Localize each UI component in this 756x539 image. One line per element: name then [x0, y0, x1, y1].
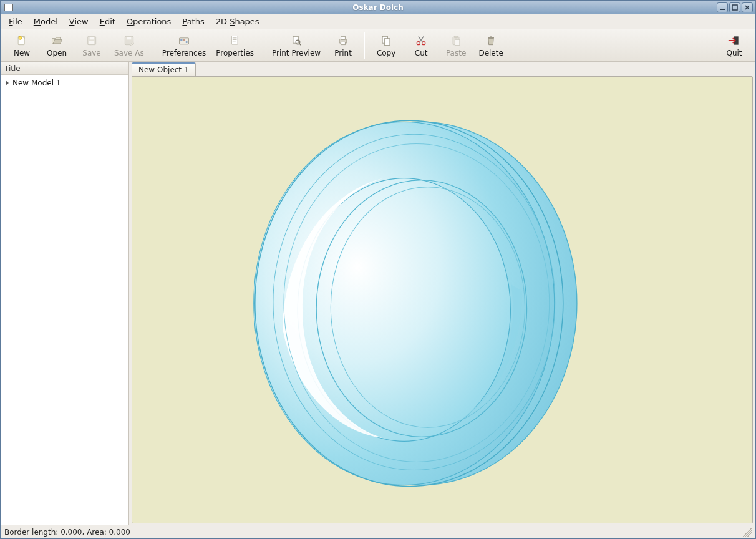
tab-label: New Object 1 [138, 66, 189, 74]
titlebar[interactable]: Oskar Dolch [1, 1, 755, 14]
tree-item[interactable]: New Model 1 [3, 77, 126, 89]
cut-label: Cut [415, 49, 428, 57]
save-as-button: Save As [109, 32, 149, 59]
quit-icon [727, 34, 741, 47]
paste-button: Paste [439, 32, 473, 59]
quit-button[interactable]: Quit [717, 32, 752, 59]
menu-model[interactable]: Model [28, 15, 64, 28]
app-window: Oskar Dolch File Model View Edit Operati… [0, 0, 756, 539]
quit-label: Quit [726, 49, 742, 57]
tree-item-label: New Model 1 [12, 79, 61, 87]
new-label: New [14, 49, 30, 57]
viewport[interactable] [132, 77, 752, 523]
svg-line-20 [299, 44, 301, 46]
new-icon [15, 34, 29, 47]
svg-rect-31 [488, 37, 494, 39]
toolbar-separator [364, 32, 365, 59]
toolbar-separator [153, 32, 153, 59]
open-button[interactable]: Open [39, 32, 74, 59]
tabstrip: New Object 1 [129, 62, 755, 76]
save-as-label: Save As [114, 49, 144, 57]
maximize-button[interactable] [729, 2, 740, 12]
properties-button[interactable]: Properties [211, 32, 259, 59]
menu-operations[interactable]: Operations [121, 15, 177, 28]
svg-rect-30 [455, 39, 460, 45]
svg-rect-9 [127, 37, 132, 39]
svg-point-4 [19, 36, 22, 39]
print-preview-icon [289, 34, 303, 47]
tab-object[interactable]: New Object 1 [132, 62, 196, 76]
save-icon [85, 34, 99, 47]
svg-rect-11 [180, 39, 182, 41]
save-button: Save [74, 32, 109, 59]
window-controls [717, 2, 755, 12]
properties-label: Properties [216, 49, 254, 57]
svg-rect-23 [341, 42, 346, 44]
menubar: File Model View Edit Operations Paths 2D… [1, 14, 755, 29]
toolbar: New Open Save Save As [1, 29, 755, 62]
sidebar-header-label: Title [4, 64, 21, 73]
model-tree: New Model 1 [1, 75, 128, 91]
open-label: Open [47, 49, 67, 57]
svg-rect-29 [455, 36, 458, 37]
viewport-frame [132, 76, 753, 523]
svg-rect-0 [720, 9, 725, 10]
delete-icon [484, 34, 498, 47]
sidebar-header[interactable]: Title [1, 62, 128, 75]
menu-edit[interactable]: Edit [94, 15, 121, 28]
menu-paths[interactable]: Paths [177, 15, 210, 28]
close-button[interactable] [742, 2, 753, 12]
expander-icon[interactable] [6, 80, 9, 85]
svg-rect-32 [490, 36, 492, 37]
svg-rect-22 [341, 36, 346, 39]
svg-rect-7 [89, 41, 94, 44]
main-area: Title New Model 1 New Object 1 [1, 62, 755, 525]
canvas-area: New Object 1 [129, 62, 755, 525]
paste-icon [449, 34, 463, 47]
delete-button[interactable]: Delete [473, 32, 508, 59]
preferences-label: Preferences [162, 49, 206, 57]
print-label: Print [334, 49, 352, 57]
resize-grip[interactable] [743, 528, 752, 537]
properties-icon [228, 34, 242, 47]
app-icon [4, 4, 13, 11]
toolbar-separator [263, 32, 263, 59]
window-title: Oskar Dolch [1, 3, 755, 12]
copy-label: Copy [377, 49, 395, 57]
svg-point-13 [186, 41, 188, 42]
svg-rect-6 [90, 37, 94, 39]
statusbar: Border length: 0.000, Area: 0.000 [1, 525, 755, 538]
print-preview-label: Print Preview [272, 49, 321, 57]
print-preview-button[interactable]: Print Preview [267, 32, 326, 59]
menu-2d-shapes[interactable]: 2D Shapes [210, 15, 265, 28]
svg-rect-12 [183, 39, 185, 41]
minimize-button[interactable] [717, 2, 728, 12]
cut-button[interactable]: Cut [404, 32, 439, 59]
new-button[interactable]: New [4, 32, 39, 59]
svg-rect-10 [180, 37, 189, 44]
paste-label: Paste [446, 49, 466, 57]
svg-rect-1 [732, 5, 737, 10]
cut-icon [414, 34, 428, 47]
print-icon [336, 34, 350, 47]
save-label: Save [82, 49, 100, 57]
svg-rect-14 [231, 36, 238, 44]
menu-file[interactable]: File [3, 15, 28, 28]
copy-icon [379, 34, 393, 47]
print-button[interactable]: Print [326, 32, 361, 59]
open-icon [50, 34, 64, 47]
sidebar: Title New Model 1 [1, 62, 129, 525]
copy-button[interactable]: Copy [369, 32, 404, 59]
status-text: Border length: 0.000, Area: 0.000 [4, 528, 130, 537]
delete-label: Delete [478, 49, 503, 57]
menu-view[interactable]: View [64, 15, 94, 28]
svg-rect-25 [385, 38, 390, 45]
preferences-button[interactable]: Preferences [157, 32, 211, 59]
save-as-icon [122, 34, 136, 47]
preferences-icon [177, 34, 191, 47]
